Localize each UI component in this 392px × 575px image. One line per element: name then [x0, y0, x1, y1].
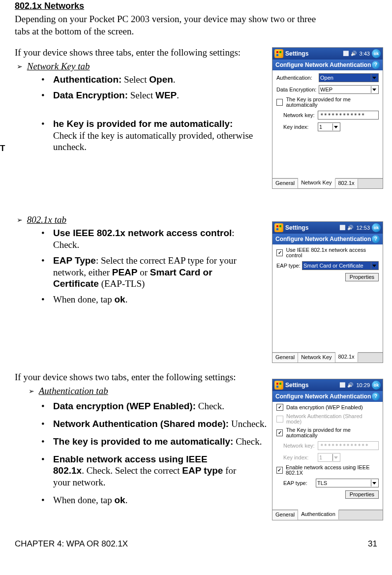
footer-chapter: CHAPTER 4: WPA OR 802.1X: [15, 539, 128, 549]
network-key-bullet-list: Authentication: Select Open. Data Encryp…: [41, 74, 256, 153]
tab-general[interactable]: General: [272, 353, 298, 363]
use-8021x-checkbox[interactable]: [276, 249, 283, 256]
shared-mode-label: Network Authentication (Shared mode): [286, 414, 379, 424]
key-index-dropdown[interactable]: 1: [318, 122, 340, 131]
tab-general[interactable]: General: [272, 510, 298, 520]
tab-bar: General Network Key 802.1x: [272, 352, 383, 363]
network-key-input[interactable]: ************: [318, 111, 379, 120]
signal-icon: [339, 225, 345, 231]
signal-icon: [339, 382, 345, 388]
ok-button[interactable]: ok: [372, 223, 381, 232]
device-screenshot-8021x: Settings 12:53 ok Configure Network Auth…: [272, 221, 383, 363]
8021x-tab-heading: ➢ 802.1x tab: [15, 214, 256, 225]
properties-button[interactable]: Properties: [345, 490, 379, 499]
enable-8021x-checkbox[interactable]: [276, 467, 283, 474]
speaker-icon: [351, 51, 357, 57]
auto-key-checkbox[interactable]: [276, 429, 283, 436]
chevron-down-icon: [332, 454, 339, 461]
list-item: Authentication: Select Open.: [41, 74, 256, 86]
wep-checkbox[interactable]: [276, 404, 283, 411]
tab-8021x[interactable]: 802.1x: [335, 352, 358, 362]
window-title: Configure Network Authentication: [275, 236, 371, 242]
arrow-icon: ➢: [17, 62, 23, 70]
start-icon[interactable]: [274, 49, 283, 58]
stray-t-letter: T: [0, 144, 5, 153]
auto-key-checkbox[interactable]: [276, 99, 283, 106]
encryption-dropdown[interactable]: WEP: [319, 85, 379, 94]
help-icon[interactable]: ?: [372, 235, 380, 243]
auto-key-label: The Key is provided for me automatically: [286, 427, 379, 438]
clock: 12:53: [356, 225, 370, 231]
key-index-label: Key index:: [276, 455, 318, 460]
arrow-icon: ➢: [17, 216, 23, 224]
start-icon[interactable]: [274, 223, 283, 232]
network-key-label: Network key:: [276, 113, 318, 118]
ok-button[interactable]: ok: [372, 381, 381, 390]
auth-label: Authentication:: [276, 75, 319, 81]
list-item: EAP Type: Select the correct EAP type fo…: [41, 255, 256, 290]
signal-icon: [343, 51, 349, 57]
list-item: he Key is provided for me automatically:…: [41, 118, 256, 153]
window-title-bar: Configure Network Authentication ?: [272, 391, 383, 402]
chevron-down-icon: [371, 480, 377, 486]
eap-type-dropdown[interactable]: TLS: [316, 479, 379, 487]
eap-type-label: EAP type:: [276, 481, 316, 486]
ok-button[interactable]: ok: [372, 49, 381, 58]
three-tabs-lead: If your device shows three tabs, enter t…: [15, 47, 256, 58]
chevron-down-icon: [371, 262, 377, 269]
network-key-tab-heading: ➢ Network Key tab: [15, 61, 256, 72]
window-title: Configure Network Authentication: [275, 393, 371, 399]
arrow-icon: ➢: [29, 387, 34, 395]
auth-dropdown[interactable]: Open: [319, 73, 379, 82]
footer-page-number: 31: [368, 539, 377, 549]
taskbar-title: Settings: [285, 225, 308, 231]
page-footer: CHAPTER 4: WPA OR 802.1X 31: [15, 539, 377, 549]
tab-authentication[interactable]: Authentication: [298, 510, 339, 519]
tab-network-key[interactable]: Network Key: [298, 353, 335, 363]
start-icon[interactable]: [274, 381, 283, 390]
speaker-icon: [347, 225, 353, 231]
section-heading: 802.1x Networks: [15, 1, 377, 11]
list-item: Data encryption (WEP Enabled): Check.: [41, 400, 270, 412]
chevron-down-icon: [332, 123, 339, 130]
clock: 3:43: [360, 51, 370, 57]
list-item: Use IEEE 802.1x network access control: …: [41, 227, 256, 251]
window-title: Configure Network Authentication: [275, 62, 371, 68]
intro-text: Depending on your Pocket PC 2003 version…: [15, 13, 330, 37]
encryption-label: Data Encryption:: [276, 87, 319, 92]
network-key-input: *************: [318, 441, 379, 450]
help-icon[interactable]: ?: [372, 61, 380, 69]
taskbar: Settings 12:53 ok: [272, 222, 383, 234]
list-item: The key is provided to me automatically:…: [41, 436, 270, 448]
help-icon[interactable]: ?: [372, 393, 380, 400]
tab-title: Network Key tab: [27, 61, 90, 71]
taskbar: Settings 10:29 ok: [272, 379, 383, 391]
list-item: Network Authentication (Shared mode): Un…: [41, 418, 270, 430]
taskbar-title: Settings: [285, 51, 308, 57]
device-screenshot-network-key: Settings 3:43 ok Configure Network Authe…: [272, 47, 383, 189]
window-title-bar: Configure Network Authentication ?: [272, 234, 383, 244]
tab-8021x[interactable]: 802.1x: [335, 179, 358, 188]
list-item: Data Encryption: Select WEP.: [41, 90, 256, 101]
device-screenshot-authentication: Settings 10:29 ok Configure Network Auth…: [272, 379, 383, 520]
two-tabs-lead: If your device shows two tabs, enter the…: [15, 372, 271, 383]
tab-title: 802.1x tab: [27, 214, 66, 225]
enable-8021x-label: Enable network access using IEEE 802.1X: [286, 465, 379, 476]
wep-label: Data encryption (WEP Enabled): [286, 405, 363, 410]
auth-bullet-list: Data encryption (WEP Enabled): Check. Ne…: [41, 400, 271, 506]
auto-key-label: The Key is provided for me automatically: [286, 97, 379, 108]
authentication-tab-heading: ➢ Authentication tab: [15, 386, 271, 396]
eap-type-label: EAP type:: [276, 263, 302, 269]
speaker-icon: [347, 382, 353, 388]
tab-title: Authentication tab: [39, 386, 108, 396]
properties-button[interactable]: Properties: [345, 273, 379, 281]
tab-network-key[interactable]: Network Key: [298, 178, 335, 188]
window-title-bar: Configure Network Authentication ?: [272, 60, 383, 70]
eap-type-dropdown[interactable]: Smart Card or Certificate: [302, 261, 379, 270]
shared-mode-checkbox[interactable]: [276, 416, 283, 423]
tab-general[interactable]: General: [272, 179, 298, 188]
use-8021x-label: Use IEEE 802.1x network access control: [286, 247, 379, 258]
network-key-label: Network key:: [276, 443, 318, 449]
tab-bar: General Network Key 802.1x: [272, 178, 383, 188]
key-index-label: Key index:: [276, 124, 318, 130]
